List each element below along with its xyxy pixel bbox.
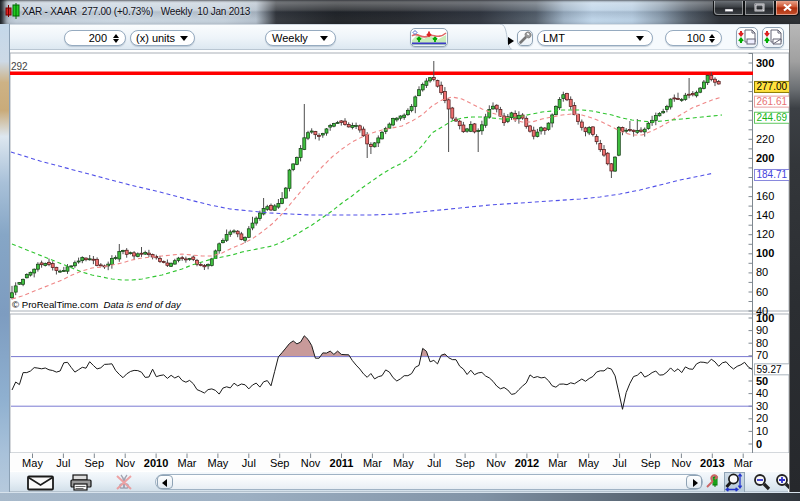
svg-text:30: 30	[756, 400, 768, 412]
svg-text:200: 200	[756, 152, 774, 164]
svg-text:Jul: Jul	[56, 457, 70, 469]
svg-text:Jul: Jul	[613, 457, 627, 469]
svg-text:May: May	[22, 457, 43, 469]
svg-text:2013: 2013	[700, 457, 724, 469]
svg-text:Mar: Mar	[178, 457, 197, 469]
svg-text:292: 292	[11, 61, 28, 72]
svg-text:2012: 2012	[515, 457, 539, 469]
svg-text:100: 100	[756, 312, 774, 324]
svg-text:Sep: Sep	[641, 457, 661, 469]
svg-text:Mar: Mar	[548, 457, 567, 469]
svg-text:20: 20	[756, 412, 768, 424]
svg-text:2011: 2011	[330, 457, 354, 469]
svg-text:140: 140	[756, 209, 774, 221]
svg-text:50: 50	[756, 375, 768, 387]
svg-text:Mar: Mar	[363, 457, 382, 469]
svg-text:Nov: Nov	[301, 457, 321, 469]
svg-text:Sep: Sep	[455, 457, 475, 469]
svg-text:160: 160	[756, 190, 774, 202]
svg-text:10: 10	[756, 425, 768, 437]
svg-text:May: May	[578, 457, 599, 469]
svg-text:59.27: 59.27	[757, 364, 782, 375]
svg-text:80: 80	[756, 266, 768, 278]
svg-text:Jul: Jul	[242, 457, 256, 469]
svg-text:0: 0	[756, 438, 762, 450]
svg-text:May: May	[393, 457, 414, 469]
svg-text:277.00: 277.00	[757, 81, 788, 92]
svg-text:© ProRealTime.com Data is end: © ProRealTime.com Data is end of day	[12, 299, 182, 310]
svg-text:Jul: Jul	[427, 457, 441, 469]
svg-text:70: 70	[756, 349, 768, 361]
svg-text:Sep: Sep	[85, 457, 105, 469]
svg-text:244.69: 244.69	[757, 112, 788, 123]
svg-text:261.61: 261.61	[757, 96, 788, 107]
svg-text:Nov: Nov	[115, 457, 135, 469]
svg-text:Nov: Nov	[672, 457, 692, 469]
svg-text:184.71: 184.71	[757, 169, 788, 180]
svg-text:220: 220	[756, 133, 774, 145]
svg-text:Mar: Mar	[734, 457, 753, 469]
svg-text:May: May	[208, 457, 229, 469]
svg-text:Nov: Nov	[486, 457, 506, 469]
svg-text:300: 300	[756, 57, 774, 69]
svg-text:60: 60	[756, 286, 768, 298]
svg-text:120: 120	[756, 228, 774, 240]
svg-text:40: 40	[756, 387, 768, 399]
svg-text:Sep: Sep	[270, 457, 290, 469]
svg-text:80: 80	[756, 337, 768, 349]
svg-text:90: 90	[756, 324, 768, 336]
svg-text:100: 100	[756, 247, 774, 259]
svg-text:2010: 2010	[144, 457, 168, 469]
